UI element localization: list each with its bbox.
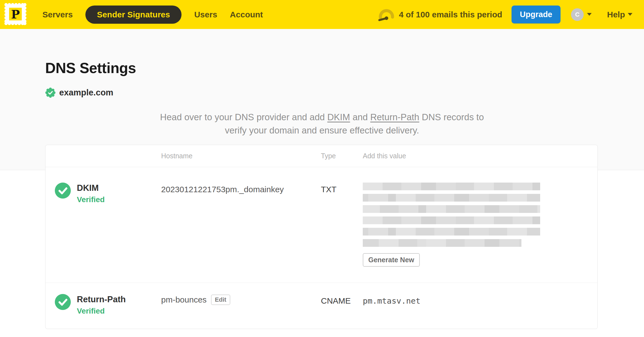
top-navbar: P Servers Sender Signatures Users Accoun… <box>0 0 644 29</box>
verified-seal-icon <box>45 87 56 98</box>
nav-item-users[interactable]: Users <box>194 10 217 19</box>
record-status-badge: Verified <box>77 195 105 204</box>
usage-meter: 4 of 100 emails this period <box>378 8 502 22</box>
return-path-link[interactable]: Return-Path <box>370 112 419 122</box>
table-header-row: Hostname Type Add this value <box>45 145 597 167</box>
dkim-record-type: TXT <box>321 183 363 194</box>
usage-text: 4 of 100 emails this period <box>399 10 502 19</box>
nav-item-sender-signatures[interactable]: Sender Signatures <box>85 6 182 24</box>
return-path-value: pm.mtasv.net <box>363 294 586 306</box>
chevron-down-icon <box>628 13 632 16</box>
redacted-value-line <box>363 194 540 202</box>
chevron-down-icon <box>587 13 592 16</box>
postage-stamp-icon: P <box>4 2 27 26</box>
record-status-badge: Verified <box>77 307 126 315</box>
avatar[interactable]: C <box>571 8 584 21</box>
nav-item-servers[interactable]: Servers <box>42 10 73 19</box>
nav-item-account[interactable]: Account <box>230 10 263 19</box>
svg-text:P: P <box>11 8 20 21</box>
domain-name: example.com <box>59 88 113 98</box>
redacted-value-line <box>363 183 540 190</box>
table-row-return-path: Return-Path Verified pm-bounces Edit CNA… <box>45 283 597 329</box>
redacted-value-line <box>363 205 540 213</box>
help-label: Help <box>607 10 625 19</box>
redacted-value-line <box>363 228 540 236</box>
verified-check-icon <box>55 294 71 310</box>
redacted-value-line <box>363 239 521 247</box>
dkim-status-cell: DKIM Verified <box>45 183 161 204</box>
return-path-status-cell: Return-Path Verified <box>45 294 161 315</box>
table-row-dkim: DKIM Verified 20230121221753pm._domainke… <box>45 167 597 283</box>
description-text: Head over to your DNS provider and add <box>160 112 327 122</box>
redacted-value-line <box>363 216 540 224</box>
header-add-this-value: Add this value <box>363 152 597 160</box>
record-name: Return-Path <box>77 295 126 304</box>
description-text: and <box>350 112 370 122</box>
return-path-record-type: CNAME <box>321 294 363 306</box>
dkim-link[interactable]: DKIM <box>327 112 350 122</box>
header-type: Type <box>321 152 363 160</box>
domain-row: example.com <box>45 87 644 98</box>
record-name: DKIM <box>77 183 105 193</box>
dns-records-card: Hostname Type Add this value DKIM Verifi… <box>45 145 598 329</box>
primary-nav: Servers Sender Signatures Users Account <box>42 6 263 24</box>
edit-button[interactable]: Edit <box>211 295 230 305</box>
page-title: DNS Settings <box>0 29 644 76</box>
dkim-hostname: 20230121221753pm._domainkey <box>161 183 321 194</box>
header-hostname: Hostname <box>161 152 321 160</box>
upgrade-button[interactable]: Upgrade <box>512 6 561 23</box>
postmark-logo[interactable]: P <box>4 2 27 27</box>
main-area: DNS Settings example.com Head over to yo… <box>0 29 644 337</box>
verified-check-icon <box>55 183 71 199</box>
account-menu[interactable]: C <box>571 8 592 21</box>
gauge-icon <box>378 8 395 22</box>
redacted-value-block <box>363 183 586 247</box>
help-menu[interactable]: Help <box>607 10 632 19</box>
page-description: Head over to your DNS provider and add D… <box>148 111 496 137</box>
generate-new-button[interactable]: Generate New <box>363 253 420 267</box>
return-path-hostname: pm-bounces <box>161 295 207 304</box>
